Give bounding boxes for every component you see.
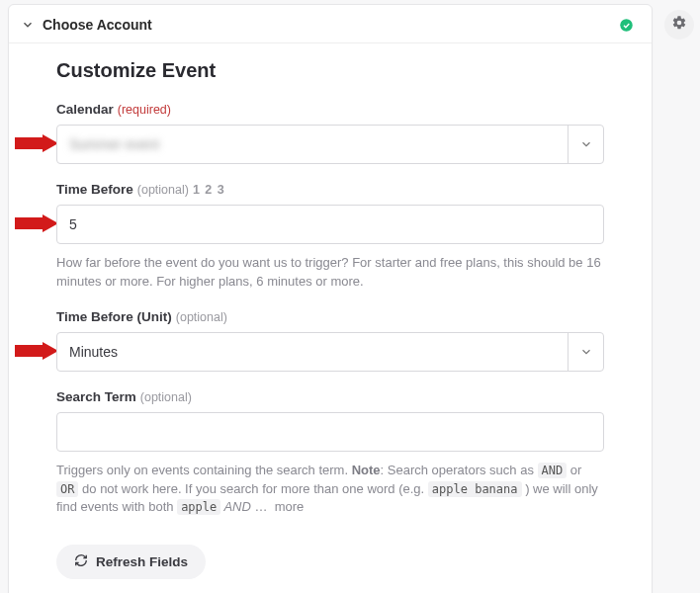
search-term-label: Search Term(optional) — [56, 389, 604, 404]
annotation-arrow-icon — [15, 342, 58, 360]
field-time-before-unit: Time Before (Unit)(optional) Minutes — [56, 309, 604, 372]
svg-marker-2 — [15, 214, 58, 232]
field-search-term: Search Term(optional) Triggers only on e… — [56, 389, 604, 518]
calendar-label: Calendar(required) — [56, 102, 604, 117]
time-before-input-wrap — [56, 205, 604, 244]
choose-account-title: Choose Account — [43, 17, 619, 33]
refresh-fields-button[interactable]: Refresh Fields — [56, 545, 206, 579]
choose-account-row[interactable]: Choose Account — [9, 5, 652, 43]
optional-hint: (optional) — [140, 390, 192, 404]
search-term-input-wrap — [56, 412, 604, 452]
field-calendar: Calendar(required) Summer event — [56, 102, 604, 164]
time-before-unit-label: Time Before (Unit)(optional) — [56, 309, 604, 324]
optional-hint: (optional) — [176, 310, 227, 324]
optional-hint: (optional) — [137, 183, 189, 197]
search-term-input[interactable] — [69, 413, 591, 451]
annotation-arrow-icon — [15, 214, 58, 232]
sample-hint: 1 2 3 — [193, 183, 225, 197]
more-link[interactable]: more — [275, 499, 305, 514]
gear-icon — [671, 15, 687, 35]
section-title: Customize Event — [56, 59, 604, 82]
svg-marker-3 — [15, 342, 58, 360]
time-before-help: How far before the event do you want us … — [56, 254, 604, 292]
required-hint: (required) — [118, 103, 171, 117]
field-time-before: Time Before(optional)1 2 3 How far befor… — [56, 182, 604, 292]
chevron-down-icon — [568, 333, 603, 371]
calendar-select[interactable]: Summer event — [56, 125, 604, 164]
time-before-unit-select[interactable]: Minutes — [56, 332, 604, 372]
svg-marker-1 — [15, 134, 58, 152]
refresh-icon — [74, 553, 88, 570]
chevron-down-icon — [21, 18, 35, 32]
annotation-arrow-icon — [15, 134, 58, 152]
settings-gear-button[interactable] — [664, 10, 694, 40]
chevron-down-icon — [568, 126, 603, 163]
calendar-value: Summer event — [69, 136, 568, 152]
time-before-unit-value: Minutes — [69, 344, 568, 360]
check-circle-icon — [619, 18, 634, 33]
time-before-input[interactable] — [69, 206, 591, 243]
svg-point-0 — [620, 19, 633, 32]
search-term-help: Triggers only on events containing the s… — [56, 462, 604, 518]
refresh-label: Refresh Fields — [96, 554, 188, 569]
event-config-panel: Choose Account Customize Event Calendar(… — [8, 4, 653, 593]
time-before-label: Time Before(optional)1 2 3 — [56, 182, 604, 197]
